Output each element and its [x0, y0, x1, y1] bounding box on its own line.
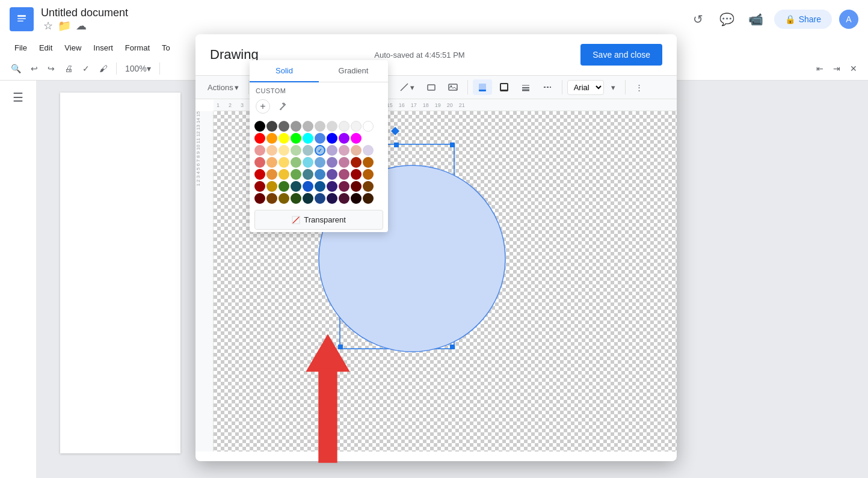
swatch-l8[interactable] [339, 145, 349, 156]
font-chevron-btn[interactable]: ▾ [606, 80, 620, 95]
swatch-m2[interactable] [266, 157, 277, 168]
swatch-l6-selected[interactable]: ✓ [315, 145, 325, 156]
swatch-l5[interactable] [303, 145, 313, 156]
swatch-vdk10[interactable] [363, 193, 374, 204]
swatch-m9[interactable] [351, 157, 362, 168]
swatch-d4[interactable] [291, 169, 301, 180]
more-options-btn[interactable]: ⋮ [630, 80, 648, 95]
menu-view[interactable]: View [60, 41, 86, 55]
folder-icon[interactable]: 📁 [58, 19, 71, 32]
cp-add-custom-btn[interactable]: + [256, 99, 270, 114]
comment-icon[interactable]: 💬 [716, 8, 738, 30]
shape-select-btn[interactable] [422, 79, 441, 95]
swatch-black[interactable] [254, 121, 265, 132]
swatch-d7[interactable] [327, 169, 337, 180]
swatch-l2[interactable] [266, 145, 277, 156]
swatch-d9[interactable] [351, 169, 362, 180]
swatch-m1[interactable] [254, 157, 265, 168]
swatch-green[interactable] [291, 133, 301, 144]
cp-transparent-btn[interactable]: Transparent [254, 210, 383, 230]
swatch-vdk6[interactable] [315, 193, 325, 204]
border-color-btn[interactable] [494, 79, 514, 95]
swatch-vdk2[interactable] [266, 193, 277, 204]
swatch-l3[interactable] [279, 145, 289, 156]
swatch-yellow[interactable] [279, 133, 289, 144]
swatch-m4[interactable] [291, 157, 301, 168]
history-icon[interactable]: ↺ [688, 8, 709, 30]
swatch-m3[interactable] [279, 157, 289, 168]
swatch-l1[interactable] [254, 145, 265, 156]
swatch-d6[interactable] [315, 169, 325, 180]
swatch-d2[interactable] [266, 169, 277, 180]
swatch-d1[interactable] [254, 169, 265, 180]
cp-tab-gradient[interactable]: Gradient [319, 60, 388, 82]
spellcheck-btn[interactable]: ✓ [79, 61, 93, 76]
menu-format[interactable]: Format [120, 41, 155, 55]
border-dash-btn[interactable] [538, 79, 557, 95]
save-close-button[interactable]: Save and close [580, 44, 662, 66]
redo-btn[interactable]: ↪ [44, 61, 58, 76]
swatch-dk1[interactable] [254, 181, 265, 192]
paint-btn[interactable]: 🖌 [96, 61, 111, 76]
swatch-d8[interactable] [339, 169, 349, 180]
share-button[interactable]: 🔒 Share [774, 10, 832, 29]
swatch-vdk7[interactable] [327, 193, 337, 204]
swatch-m7[interactable] [327, 157, 337, 168]
swatch-gray5[interactable] [315, 121, 325, 132]
swatch-gray6[interactable] [327, 121, 337, 132]
fill-color-btn[interactable] [473, 79, 492, 95]
swatch-gray1[interactable] [266, 121, 277, 132]
line-btn[interactable]: ▾ [395, 79, 419, 95]
swatch-gray3[interactable] [291, 121, 301, 132]
close-toolbar-btn[interactable]: ✕ [846, 61, 861, 76]
swatch-dk9[interactable] [351, 181, 362, 192]
undo-btn[interactable]: ↩ [27, 61, 42, 76]
swatch-m8[interactable] [339, 157, 349, 168]
swatch-dk3[interactable] [279, 181, 289, 192]
outline-icon[interactable]: ☰ [13, 90, 23, 105]
user-avatar[interactable]: A [839, 10, 858, 29]
image-btn[interactable] [443, 79, 463, 95]
swatch-dk7[interactable] [327, 181, 337, 192]
menu-file[interactable]: File [10, 41, 32, 55]
search-btn[interactable]: 🔍 [7, 61, 25, 76]
swatch-gray2[interactable] [279, 121, 289, 132]
menu-edit[interactable]: Edit [34, 41, 57, 55]
swatch-vdk1[interactable] [254, 193, 265, 204]
swatch-dk8[interactable] [339, 181, 349, 192]
swatch-magenta[interactable] [351, 133, 362, 144]
swatch-d3[interactable] [279, 169, 289, 180]
document-title[interactable]: Untitled document [41, 7, 128, 19]
swatch-m6[interactable] [315, 157, 325, 168]
actions-button[interactable]: Actions ▾ [203, 80, 244, 95]
swatch-vdk4[interactable] [291, 193, 301, 204]
swatch-vdk8[interactable] [339, 193, 349, 204]
swatch-gray7[interactable] [339, 121, 349, 132]
swatch-purple[interactable] [339, 133, 349, 144]
swatch-vdk9[interactable] [351, 193, 362, 204]
swatch-dk10[interactable] [363, 181, 374, 192]
swatch-red[interactable] [254, 133, 265, 144]
swatch-gray8[interactable] [351, 121, 362, 132]
swatch-orange[interactable] [266, 133, 277, 144]
swatch-d10[interactable] [363, 169, 374, 180]
swatch-vdk5[interactable] [303, 193, 313, 204]
cp-tab-solid[interactable]: Solid [250, 60, 319, 82]
zoom-control[interactable]: 100% ▾ [122, 61, 155, 76]
swatch-dk5[interactable] [303, 181, 313, 192]
swatch-m10[interactable] [363, 157, 374, 168]
swatch-gray4[interactable] [303, 121, 313, 132]
swatch-l10[interactable] [363, 145, 374, 156]
swatch-m5[interactable] [303, 157, 313, 168]
print-btn[interactable]: 🖨 [61, 61, 76, 76]
swatch-blue2[interactable] [315, 133, 325, 144]
swatch-d5[interactable] [303, 169, 313, 180]
swatch-l4[interactable] [291, 145, 301, 156]
meet-icon[interactable]: 📹 [745, 8, 767, 30]
menu-insert[interactable]: Insert [88, 41, 118, 55]
swatch-dk2[interactable] [266, 181, 277, 192]
swatch-white[interactable] [363, 121, 374, 132]
swatch-blue3[interactable] [327, 133, 337, 144]
indent-left-btn[interactable]: ⇤ [813, 61, 827, 76]
menu-tools[interactable]: To [157, 41, 175, 55]
